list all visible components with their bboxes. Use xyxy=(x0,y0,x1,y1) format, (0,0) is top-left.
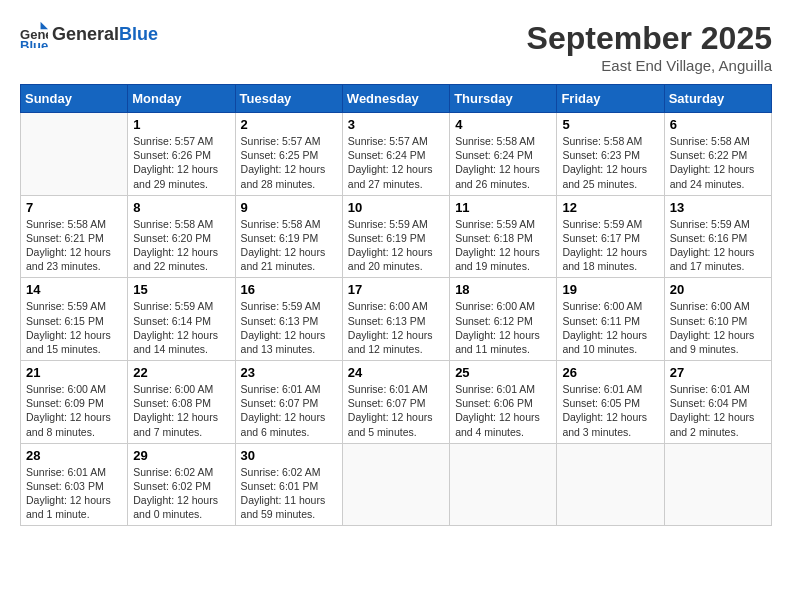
calendar-cell: 25Sunrise: 6:01 AMSunset: 6:06 PMDayligh… xyxy=(450,361,557,444)
logo-general-text: General xyxy=(52,24,119,45)
day-number: 30 xyxy=(241,448,337,463)
calendar-table: SundayMondayTuesdayWednesdayThursdayFrid… xyxy=(20,84,772,526)
day-info: Sunrise: 5:57 AMSunset: 6:25 PMDaylight:… xyxy=(241,134,337,191)
day-header-sunday: Sunday xyxy=(21,85,128,113)
day-info: Sunrise: 5:59 AMSunset: 6:13 PMDaylight:… xyxy=(241,299,337,356)
day-info: Sunrise: 5:57 AMSunset: 6:24 PMDaylight:… xyxy=(348,134,444,191)
calendar-cell: 12Sunrise: 5:59 AMSunset: 6:17 PMDayligh… xyxy=(557,195,664,278)
week-row-3: 21Sunrise: 6:00 AMSunset: 6:09 PMDayligh… xyxy=(21,361,772,444)
day-info: Sunrise: 5:57 AMSunset: 6:26 PMDaylight:… xyxy=(133,134,229,191)
day-number: 8 xyxy=(133,200,229,215)
day-info: Sunrise: 6:00 AMSunset: 6:12 PMDaylight:… xyxy=(455,299,551,356)
calendar-cell: 21Sunrise: 6:00 AMSunset: 6:09 PMDayligh… xyxy=(21,361,128,444)
day-number: 24 xyxy=(348,365,444,380)
calendar-cell: 1Sunrise: 5:57 AMSunset: 6:26 PMDaylight… xyxy=(128,113,235,196)
day-info: Sunrise: 6:00 AMSunset: 6:11 PMDaylight:… xyxy=(562,299,658,356)
calendar-cell: 23Sunrise: 6:01 AMSunset: 6:07 PMDayligh… xyxy=(235,361,342,444)
day-number: 5 xyxy=(562,117,658,132)
day-info: Sunrise: 5:59 AMSunset: 6:14 PMDaylight:… xyxy=(133,299,229,356)
day-number: 4 xyxy=(455,117,551,132)
day-number: 6 xyxy=(670,117,766,132)
day-header-wednesday: Wednesday xyxy=(342,85,449,113)
month-title: September 2025 xyxy=(527,20,772,57)
logo: General Blue GeneralBlue xyxy=(20,20,158,48)
day-number: 26 xyxy=(562,365,658,380)
day-info: Sunrise: 6:01 AMSunset: 6:04 PMDaylight:… xyxy=(670,382,766,439)
day-number: 2 xyxy=(241,117,337,132)
day-header-tuesday: Tuesday xyxy=(235,85,342,113)
calendar-header-row: SundayMondayTuesdayWednesdayThursdayFrid… xyxy=(21,85,772,113)
day-number: 23 xyxy=(241,365,337,380)
day-number: 10 xyxy=(348,200,444,215)
day-info: Sunrise: 5:59 AMSunset: 6:18 PMDaylight:… xyxy=(455,217,551,274)
day-info: Sunrise: 6:01 AMSunset: 6:06 PMDaylight:… xyxy=(455,382,551,439)
day-number: 9 xyxy=(241,200,337,215)
logo-blue-text: Blue xyxy=(119,24,158,45)
calendar-cell: 4Sunrise: 5:58 AMSunset: 6:24 PMDaylight… xyxy=(450,113,557,196)
logo-icon: General Blue xyxy=(20,20,48,48)
week-row-4: 28Sunrise: 6:01 AMSunset: 6:03 PMDayligh… xyxy=(21,443,772,526)
title-block: September 2025 East End Village, Anguill… xyxy=(527,20,772,74)
calendar-cell: 13Sunrise: 5:59 AMSunset: 6:16 PMDayligh… xyxy=(664,195,771,278)
day-info: Sunrise: 5:59 AMSunset: 6:17 PMDaylight:… xyxy=(562,217,658,274)
day-info: Sunrise: 6:00 AMSunset: 6:09 PMDaylight:… xyxy=(26,382,122,439)
day-info: Sunrise: 5:59 AMSunset: 6:15 PMDaylight:… xyxy=(26,299,122,356)
day-number: 1 xyxy=(133,117,229,132)
calendar-cell: 20Sunrise: 6:00 AMSunset: 6:10 PMDayligh… xyxy=(664,278,771,361)
calendar-cell: 17Sunrise: 6:00 AMSunset: 6:13 PMDayligh… xyxy=(342,278,449,361)
day-number: 13 xyxy=(670,200,766,215)
week-row-2: 14Sunrise: 5:59 AMSunset: 6:15 PMDayligh… xyxy=(21,278,772,361)
day-info: Sunrise: 5:58 AMSunset: 6:22 PMDaylight:… xyxy=(670,134,766,191)
day-number: 25 xyxy=(455,365,551,380)
calendar-cell: 6Sunrise: 5:58 AMSunset: 6:22 PMDaylight… xyxy=(664,113,771,196)
calendar-cell: 2Sunrise: 5:57 AMSunset: 6:25 PMDaylight… xyxy=(235,113,342,196)
day-info: Sunrise: 5:58 AMSunset: 6:23 PMDaylight:… xyxy=(562,134,658,191)
calendar-cell: 11Sunrise: 5:59 AMSunset: 6:18 PMDayligh… xyxy=(450,195,557,278)
calendar-cell xyxy=(450,443,557,526)
day-number: 29 xyxy=(133,448,229,463)
day-header-friday: Friday xyxy=(557,85,664,113)
page-header: General Blue GeneralBlue September 2025 … xyxy=(20,20,772,74)
day-number: 14 xyxy=(26,282,122,297)
calendar-cell: 3Sunrise: 5:57 AMSunset: 6:24 PMDaylight… xyxy=(342,113,449,196)
day-info: Sunrise: 5:59 AMSunset: 6:19 PMDaylight:… xyxy=(348,217,444,274)
calendar-cell: 30Sunrise: 6:02 AMSunset: 6:01 PMDayligh… xyxy=(235,443,342,526)
day-header-saturday: Saturday xyxy=(664,85,771,113)
calendar-cell xyxy=(342,443,449,526)
calendar-cell xyxy=(664,443,771,526)
calendar-cell: 14Sunrise: 5:59 AMSunset: 6:15 PMDayligh… xyxy=(21,278,128,361)
calendar-cell: 28Sunrise: 6:01 AMSunset: 6:03 PMDayligh… xyxy=(21,443,128,526)
day-info: Sunrise: 5:59 AMSunset: 6:16 PMDaylight:… xyxy=(670,217,766,274)
day-info: Sunrise: 6:01 AMSunset: 6:07 PMDaylight:… xyxy=(241,382,337,439)
day-number: 18 xyxy=(455,282,551,297)
day-number: 3 xyxy=(348,117,444,132)
day-info: Sunrise: 5:58 AMSunset: 6:19 PMDaylight:… xyxy=(241,217,337,274)
day-number: 7 xyxy=(26,200,122,215)
week-row-1: 7Sunrise: 5:58 AMSunset: 6:21 PMDaylight… xyxy=(21,195,772,278)
day-number: 28 xyxy=(26,448,122,463)
day-number: 11 xyxy=(455,200,551,215)
day-info: Sunrise: 6:02 AMSunset: 6:02 PMDaylight:… xyxy=(133,465,229,522)
calendar-cell: 15Sunrise: 5:59 AMSunset: 6:14 PMDayligh… xyxy=(128,278,235,361)
day-info: Sunrise: 6:02 AMSunset: 6:01 PMDaylight:… xyxy=(241,465,337,522)
day-number: 12 xyxy=(562,200,658,215)
calendar-cell: 18Sunrise: 6:00 AMSunset: 6:12 PMDayligh… xyxy=(450,278,557,361)
day-info: Sunrise: 6:01 AMSunset: 6:03 PMDaylight:… xyxy=(26,465,122,522)
calendar-cell: 19Sunrise: 6:00 AMSunset: 6:11 PMDayligh… xyxy=(557,278,664,361)
svg-text:Blue: Blue xyxy=(20,38,48,48)
day-number: 27 xyxy=(670,365,766,380)
day-number: 20 xyxy=(670,282,766,297)
day-number: 22 xyxy=(133,365,229,380)
calendar-cell xyxy=(21,113,128,196)
calendar-cell: 16Sunrise: 5:59 AMSunset: 6:13 PMDayligh… xyxy=(235,278,342,361)
day-info: Sunrise: 6:01 AMSunset: 6:05 PMDaylight:… xyxy=(562,382,658,439)
calendar-cell: 29Sunrise: 6:02 AMSunset: 6:02 PMDayligh… xyxy=(128,443,235,526)
day-number: 17 xyxy=(348,282,444,297)
day-info: Sunrise: 6:00 AMSunset: 6:08 PMDaylight:… xyxy=(133,382,229,439)
calendar-cell: 9Sunrise: 5:58 AMSunset: 6:19 PMDaylight… xyxy=(235,195,342,278)
calendar-cell: 27Sunrise: 6:01 AMSunset: 6:04 PMDayligh… xyxy=(664,361,771,444)
location-subtitle: East End Village, Anguilla xyxy=(527,57,772,74)
day-number: 21 xyxy=(26,365,122,380)
calendar-cell: 8Sunrise: 5:58 AMSunset: 6:20 PMDaylight… xyxy=(128,195,235,278)
week-row-0: 1Sunrise: 5:57 AMSunset: 6:26 PMDaylight… xyxy=(21,113,772,196)
